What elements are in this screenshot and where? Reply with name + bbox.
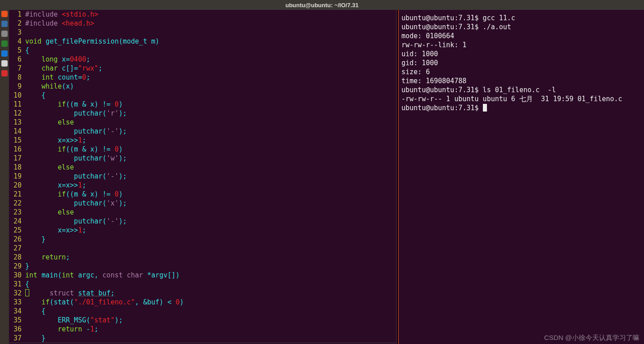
line-number: 31 — [10, 280, 25, 289]
code-content: putchar('x'); — [25, 199, 396, 208]
window-titlebar: ubuntu@ubuntu: ~/IO/7.31 — [0, 0, 644, 10]
terminal-pane[interactable]: ubuntu@ubuntu:7.31$ gcc 11.cubuntu@ubunt… — [399, 10, 644, 344]
line-number: 6 — [10, 55, 25, 64]
code-content: if(stat("./01_fileno.c", &buf) < 0) — [25, 298, 396, 307]
line-number: 24 — [10, 217, 25, 226]
code-line[interactable]: 32 struct stat buf; — [10, 289, 396, 298]
code-line[interactable]: 29} — [10, 262, 396, 271]
code-content: x=x>>1; — [25, 226, 396, 235]
launcher-icon[interactable] — [1, 40, 8, 47]
line-number: 18 — [10, 163, 25, 172]
code-line[interactable]: 26 } — [10, 235, 396, 244]
code-line[interactable]: 2#include <head.h> — [10, 19, 396, 28]
code-content: putchar('-'); — [25, 217, 396, 226]
terminal-line: ubuntu@ubuntu:7.31$ — [401, 103, 641, 112]
code-line[interactable]: 37 } — [10, 334, 396, 343]
line-number: 26 — [10, 235, 25, 244]
line-number: 17 — [10, 154, 25, 163]
line-number: 19 — [10, 172, 25, 181]
code-line[interactable]: 35 ERR_MSG("stat"); — [10, 316, 396, 325]
line-number: 12 — [10, 109, 25, 118]
code-content: { — [25, 91, 396, 100]
line-number: 27 — [10, 244, 25, 253]
cursor-icon — [25, 289, 29, 296]
code-line[interactable]: 9 while(x) — [10, 82, 396, 91]
code-line[interactable]: 24 putchar('-'); — [10, 217, 396, 226]
code-content: putchar('-'); — [25, 172, 396, 181]
code-line[interactable]: 18 else — [10, 163, 396, 172]
code-line[interactable]: 25 x=x>>1; — [10, 226, 396, 235]
code-line[interactable]: 10 { — [10, 91, 396, 100]
line-number: 7 — [10, 64, 25, 73]
launcher-icon[interactable] — [1, 11, 8, 17]
code-line[interactable]: 27 — [10, 244, 396, 253]
launcher-icon[interactable] — [1, 70, 8, 76]
code-content: char c[]="rwx"; — [25, 64, 396, 73]
code-content: return; — [25, 253, 396, 262]
code-line[interactable]: 20 x=x>>1; — [10, 181, 396, 190]
code-line[interactable]: 16 if((m & x) != 0) — [10, 145, 396, 154]
code-line[interactable]: 7 char c[]="rwx"; — [10, 64, 396, 73]
line-number: 2 — [10, 19, 25, 28]
code-line[interactable]: 12 putchar('r'); — [10, 109, 396, 118]
code-line[interactable]: 3 — [10, 28, 396, 37]
code-line[interactable]: 21 if((m & x) != 0) — [10, 190, 396, 199]
vim-editor-pane[interactable]: 1#include <stdio.h>2#include <head.h>34v… — [9, 10, 396, 344]
code-content: if((m & x) != 0) — [25, 145, 396, 154]
code-line[interactable]: 11 if((m & x) != 0) — [10, 100, 396, 109]
code-content: { — [25, 280, 396, 289]
launcher-icon[interactable] — [1, 50, 8, 57]
code-line[interactable]: 1#include <stdio.h> — [10, 10, 396, 19]
line-number: 1 — [10, 10, 25, 19]
code-content: struct stat buf; — [25, 289, 396, 298]
code-line[interactable]: 34 { — [10, 307, 396, 316]
code-line[interactable]: 14 putchar('-'); — [10, 127, 396, 136]
line-number: 36 — [10, 325, 25, 334]
line-number: 30 — [10, 271, 25, 280]
code-line[interactable]: 8 int count=0; — [10, 73, 396, 82]
code-line[interactable]: 28 return; — [10, 253, 396, 262]
code-line[interactable]: 36 return -1; — [10, 325, 396, 334]
code-content: ERR_MSG("stat"); — [25, 316, 396, 325]
line-number: 9 — [10, 82, 25, 91]
code-content: while(x) — [25, 82, 396, 91]
code-line[interactable]: 33 if(stat("./01_fileno.c", &buf) < 0) — [10, 298, 396, 307]
terminal-cursor-icon — [483, 104, 487, 112]
line-number: 33 — [10, 298, 25, 307]
code-line[interactable]: 15 x=x>>1; — [10, 136, 396, 145]
launcher-dock — [0, 10, 9, 344]
code-content: putchar('r'); — [25, 109, 396, 118]
launcher-icon[interactable] — [1, 21, 8, 27]
code-line[interactable]: 5{ — [10, 46, 396, 55]
terminal-line: rw-rw-r--link: 1 — [401, 40, 641, 49]
code-content: { — [25, 307, 396, 316]
line-number: 15 — [10, 136, 25, 145]
code-content — [25, 28, 396, 37]
line-number: 20 — [10, 181, 25, 190]
code-area[interactable]: 1#include <stdio.h>2#include <head.h>34v… — [9, 10, 396, 343]
line-number: 29 — [10, 262, 25, 271]
launcher-icon[interactable] — [1, 31, 8, 37]
code-line[interactable]: 30int main(int argc, const char *argv[]) — [10, 271, 396, 280]
terminal-line: time: 1690804788 — [401, 76, 641, 85]
line-number: 32 — [10, 289, 25, 298]
code-line[interactable]: 31{ — [10, 280, 396, 289]
line-number: 14 — [10, 127, 25, 136]
terminal-line: ubuntu@ubuntu:7.31$ gcc 11.c — [401, 13, 641, 22]
code-content: } — [25, 235, 396, 244]
line-number: 13 — [10, 118, 25, 127]
line-number: 22 — [10, 199, 25, 208]
code-line[interactable]: 6 long x=0400; — [10, 55, 396, 64]
code-content: void get_filePermission(mode_t m) — [25, 37, 396, 46]
launcher-icon[interactable] — [1, 60, 8, 67]
code-line[interactable]: 13 else — [10, 118, 396, 127]
code-line[interactable]: 4void get_filePermission(mode_t m) — [10, 37, 396, 46]
window-title: ubuntu@ubuntu: ~/IO/7.31 — [285, 2, 359, 9]
code-line[interactable]: 22 putchar('x'); — [10, 199, 396, 208]
code-line[interactable]: 19 putchar('-'); — [10, 172, 396, 181]
code-line[interactable]: 17 putchar('w'); — [10, 154, 396, 163]
line-number: 23 — [10, 208, 25, 217]
code-content: } — [25, 262, 396, 271]
code-line[interactable]: 23 else — [10, 208, 396, 217]
code-content: x=x>>1; — [25, 136, 396, 145]
